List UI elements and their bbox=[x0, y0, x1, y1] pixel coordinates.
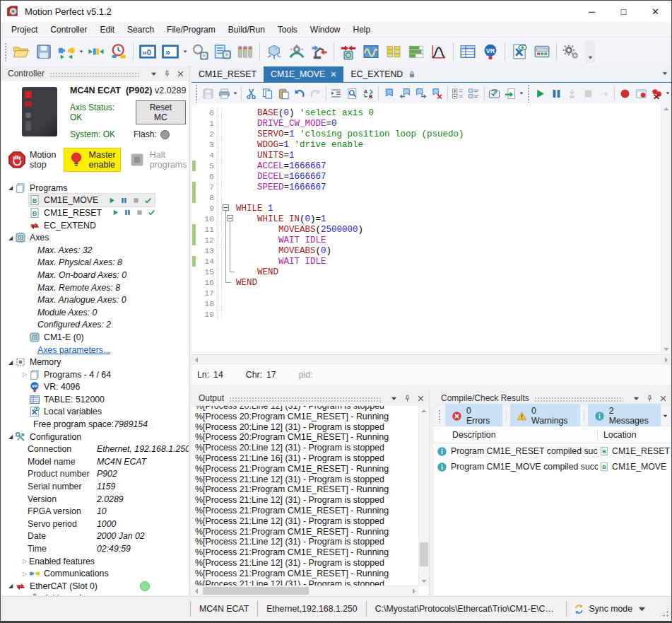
tree-row[interactable]: ▷Programs - 4 / 64 bbox=[1, 368, 189, 381]
fold-margin[interactable] bbox=[222, 277, 236, 288]
expander-closed-icon[interactable]: ▷ bbox=[20, 371, 29, 378]
menu-file-program[interactable]: File/Program bbox=[160, 23, 222, 36]
code-line[interactable]: 2 SERVO=1 'closing position loop (psuedo… bbox=[191, 129, 661, 139]
run-program-icon[interactable] bbox=[112, 209, 119, 216]
minimize-button[interactable]: ─ bbox=[576, 1, 608, 22]
program-ok-icon[interactable] bbox=[144, 197, 152, 204]
code-line[interactable]: 10 WHILE IN(0)=1 bbox=[191, 214, 661, 224]
panel-menu-button[interactable] bbox=[630, 392, 642, 404]
previous-bookmark-button[interactable] bbox=[397, 85, 413, 103]
menu-window[interactable]: Window bbox=[304, 23, 347, 36]
menu-controller[interactable]: Controller bbox=[44, 23, 93, 36]
fold-margin[interactable] bbox=[222, 203, 236, 214]
tree-row[interactable]: ◢EtherCAT (Slot 0) bbox=[1, 580, 189, 593]
terminal-channel-0-button[interactable]: »0 bbox=[136, 40, 159, 63]
connect-controller-button[interactable] bbox=[55, 40, 78, 63]
intelligent-drives-button[interactable] bbox=[211, 40, 234, 63]
code-line[interactable]: 7 SPEED=1666667 bbox=[191, 182, 661, 192]
result-row[interactable]: Program CM1E_MOVE compiled successfullyB… bbox=[434, 459, 671, 474]
toggle-folds-button[interactable] bbox=[449, 85, 466, 103]
code-line[interactable]: 5 ACCEL=1666667 bbox=[191, 161, 661, 171]
paste-button[interactable] bbox=[276, 85, 292, 103]
stop-program-icon[interactable] bbox=[132, 197, 140, 204]
pause-program-button[interactable] bbox=[548, 85, 565, 103]
next-bookmark-button[interactable] bbox=[413, 85, 429, 103]
tree-row[interactable]: ConnectionEthernet, 192.168.1.250 bbox=[1, 443, 189, 455]
axis-jog-button[interactable] bbox=[337, 40, 360, 63]
expander-open-icon[interactable]: ◢ bbox=[6, 359, 15, 366]
scroll-left-icon[interactable] bbox=[191, 586, 201, 595]
code-line[interactable]: 12 WAIT IDLE bbox=[191, 235, 661, 245]
menu-search[interactable]: Search bbox=[121, 23, 160, 36]
clear-breakpoints-button[interactable] bbox=[649, 85, 665, 103]
panel-close-button[interactable] bbox=[657, 392, 668, 404]
auto-indent-button[interactable] bbox=[329, 85, 345, 103]
fold-margin[interactable] bbox=[222, 256, 236, 267]
toggle-bookmark-button[interactable] bbox=[381, 85, 397, 103]
panel-pin-button[interactable] bbox=[161, 68, 172, 79]
close-button[interactable]: ✕ bbox=[639, 1, 671, 22]
code-line[interactable]: 13 MOVEABS(0) bbox=[191, 245, 661, 256]
tab-close-icon[interactable]: ✕ bbox=[330, 70, 336, 79]
stop-program-icon[interactable] bbox=[136, 209, 143, 216]
menu-edit[interactable]: Edit bbox=[93, 23, 121, 36]
connect-controller-dropdown[interactable] bbox=[78, 42, 85, 61]
3d-plot-button[interactable] bbox=[263, 40, 285, 63]
tree-row[interactable]: ◢Memory bbox=[1, 356, 189, 368]
output-vertical-scrollbar[interactable] bbox=[418, 406, 429, 586]
chips-overflow-icon[interactable] bbox=[662, 413, 668, 419]
reset-mc-button[interactable]: Reset MC bbox=[136, 100, 186, 124]
oscilloscope-button[interactable] bbox=[360, 40, 382, 63]
variable-watch-button[interactable] bbox=[508, 40, 531, 63]
code-line[interactable]: 9WHILE 1 bbox=[191, 203, 661, 214]
find-in-program-button[interactable] bbox=[344, 85, 360, 103]
scroll-down-icon[interactable] bbox=[661, 344, 671, 354]
save-project-button[interactable] bbox=[33, 40, 55, 63]
panel-menu-button[interactable] bbox=[388, 392, 399, 404]
warnings-filter-button[interactable]: 0 Warnings bbox=[510, 404, 580, 429]
scroll-right-icon[interactable] bbox=[409, 586, 419, 595]
options-button[interactable] bbox=[560, 40, 582, 63]
analog-io-meter-button[interactable] bbox=[382, 40, 405, 63]
print-dropdown[interactable] bbox=[232, 84, 239, 103]
master-enable-button[interactable]: Masterenable bbox=[64, 148, 121, 173]
tree-row[interactable]: Max. Remote Axes: 8 bbox=[1, 281, 189, 294]
compile-check-button[interactable] bbox=[487, 85, 503, 103]
code-line[interactable]: 17 bbox=[191, 288, 661, 298]
panel-close-button[interactable] bbox=[415, 392, 426, 404]
code-line[interactable]: 15 WEND bbox=[191, 267, 661, 277]
description-column-header[interactable]: Description bbox=[434, 430, 598, 440]
fold-margin[interactable] bbox=[222, 214, 236, 224]
code-line[interactable]: 16WEND bbox=[191, 277, 661, 288]
tree-row[interactable]: Version2.0289 bbox=[1, 493, 189, 506]
tree-row[interactable]: Module Axes: 0 bbox=[1, 306, 189, 319]
motion-stop-button[interactable]: Motionstop bbox=[8, 150, 57, 170]
tree-row[interactable]: FPGA version10 bbox=[1, 505, 189, 518]
expander-open-icon[interactable]: ◢ bbox=[6, 583, 15, 589]
tree-row[interactable]: EC_EXTEND bbox=[1, 219, 189, 232]
scrollbar-thumb[interactable] bbox=[420, 542, 428, 566]
tree-row[interactable]: TABLE: 512000 bbox=[1, 393, 189, 406]
fold-margin[interactable] bbox=[222, 245, 236, 256]
run-to-line-button[interactable] bbox=[502, 85, 519, 103]
vr-viewer-button[interactable]: VR bbox=[479, 40, 502, 63]
tree-row[interactable]: Axes parameters... bbox=[1, 344, 189, 356]
panel-pin-button[interactable] bbox=[644, 392, 655, 404]
code-editor[interactable]: 0 BASE(0) 'select axis 01 DRIVE_CW_MODE=… bbox=[191, 104, 671, 354]
tree-row[interactable]: VRVR: 4096 bbox=[1, 381, 189, 394]
tree-row[interactable]: Max. Analogue Axes: 0 bbox=[1, 293, 189, 306]
terminal-button[interactable]: » bbox=[159, 40, 182, 63]
tab-list-dropdown[interactable] bbox=[661, 70, 668, 77]
cam-profile-editor-button[interactable] bbox=[428, 40, 450, 63]
code-line[interactable]: 11 MOVEABS(2500000) bbox=[191, 224, 661, 235]
tab-cm1e_move[interactable]: CM1E_MOVE✕ bbox=[264, 66, 343, 82]
tree-row[interactable]: Time02:49:59 bbox=[1, 542, 189, 555]
output-horizontal-scrollbar[interactable] bbox=[191, 586, 419, 595]
code-line[interactable]: 8 bbox=[191, 192, 661, 203]
menu-build-run[interactable]: Build/Run bbox=[222, 23, 271, 36]
errors-filter-button[interactable]: 0 Errors bbox=[445, 404, 502, 429]
code-line[interactable]: 3 WDOG=1 'drive enable bbox=[191, 139, 661, 150]
open-project-button[interactable] bbox=[10, 40, 33, 63]
tree-row[interactable]: ◢Address 1 bbox=[1, 593, 189, 595]
hmi-display-button[interactable] bbox=[531, 40, 553, 63]
